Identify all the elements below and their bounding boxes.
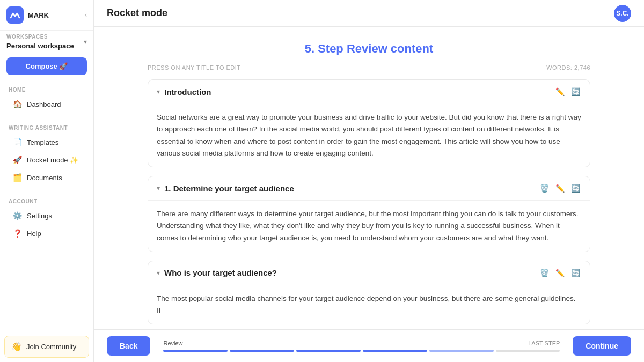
delete-icon[interactable]: 🗑️ bbox=[539, 268, 550, 278]
writing-section-label: WRITING ASSISTANT bbox=[0, 122, 93, 133]
documents-label: Documents bbox=[27, 174, 62, 182]
compose-button[interactable]: Compose 🚀 bbox=[6, 57, 87, 75]
progress-step-3 bbox=[296, 350, 361, 352]
section-determine-target: ▾ 1. Determine your target audience 🗑️ ✏… bbox=[148, 176, 590, 252]
step-title: Review content bbox=[347, 42, 433, 55]
section-header-who: ▾ Who is your target audience? 🗑️ ✏️ 🔄 bbox=[148, 261, 590, 285]
sidebar-item-settings[interactable]: ⚙️ Settings bbox=[4, 207, 89, 224]
progress-step-2 bbox=[230, 350, 294, 352]
meta-bar: PRESS ON ANY TITLE TO EDIT WORDS: 2,746 bbox=[148, 64, 590, 71]
page-title: Rocket mode bbox=[107, 8, 167, 19]
workspace-selector[interactable]: WORKSPACES Personal workspace ▾ bbox=[0, 31, 93, 53]
join-community-button[interactable]: 👋 Join Community bbox=[4, 336, 89, 358]
sidebar-item-documents[interactable]: 🗂️ Documents bbox=[4, 169, 89, 186]
account-section-label: ACCOUNT bbox=[0, 195, 93, 206]
progress-area: Review LAST STEP bbox=[163, 340, 560, 352]
refresh-icon[interactable]: 🔄 bbox=[570, 268, 581, 278]
top-bar: Rocket mode S.C. bbox=[94, 0, 644, 27]
collapse-icon[interactable]: ▾ bbox=[157, 184, 160, 192]
refresh-icon[interactable]: 🔄 bbox=[570, 183, 581, 194]
edit-icon[interactable]: ✏️ bbox=[554, 183, 566, 194]
home-icon: 🏠 bbox=[13, 100, 21, 108]
rocket-icon: 🚀 bbox=[13, 156, 21, 164]
sidebar-item-help[interactable]: ❓ Help bbox=[4, 225, 89, 242]
settings-icon: ⚙️ bbox=[13, 211, 21, 220]
section-body-who: The most popular social media channels f… bbox=[148, 285, 590, 324]
bottom-bar: Back Review LAST STEP Continue bbox=[94, 329, 644, 362]
account-nav-section: ACCOUNT ⚙️ Settings ❓ Help bbox=[0, 191, 93, 247]
section-title-area: ▾ 1. Determine your target audience bbox=[157, 184, 294, 193]
section-actions: ✏️ 🔄 bbox=[554, 86, 581, 97]
home-nav-section: HOME 🏠 Dashboard bbox=[0, 79, 93, 117]
collapse-sidebar-button[interactable]: ‹ bbox=[85, 11, 87, 19]
back-button[interactable]: Back bbox=[107, 336, 150, 356]
progress-label: Review LAST STEP bbox=[163, 340, 560, 346]
sidebar-item-templates[interactable]: 📄 Templates bbox=[4, 134, 89, 151]
section-text: There are many different ways to determi… bbox=[157, 208, 581, 244]
word-count: WORDS: 2,746 bbox=[546, 64, 590, 71]
section-header-introduction: ▾ Introduction ✏️ 🔄 bbox=[148, 80, 590, 104]
section-text: Social networks are a great way to promo… bbox=[157, 112, 581, 159]
continue-button[interactable]: Continue bbox=[573, 336, 631, 356]
section-title[interactable]: Who is your target audience? bbox=[164, 268, 277, 277]
sidebar-item-rocket-mode[interactable]: 🚀 Rocket mode ✨ bbox=[4, 151, 89, 168]
edit-icon[interactable]: ✏️ bbox=[554, 268, 566, 278]
wave-icon: 👋 bbox=[11, 342, 22, 352]
edit-icon[interactable]: ✏️ bbox=[554, 86, 566, 97]
content-area: 5. Step Review content PRESS ON ANY TITL… bbox=[94, 27, 644, 329]
workspace-name: Personal workspace bbox=[6, 42, 74, 50]
workspaces-label: WORKSPACES bbox=[6, 34, 74, 40]
documents-icon: 🗂️ bbox=[13, 173, 21, 182]
section-title[interactable]: Introduction bbox=[164, 87, 211, 97]
section-title-area: ▾ Who is your target audience? bbox=[157, 268, 277, 277]
section-body-introduction: Social networks are a great way to promo… bbox=[148, 104, 590, 167]
delete-icon[interactable]: 🗑️ bbox=[539, 183, 550, 194]
collapse-icon[interactable]: ▾ bbox=[157, 269, 160, 277]
templates-label: Templates bbox=[27, 138, 58, 146]
logo: MARK bbox=[6, 6, 49, 24]
templates-icon: 📄 bbox=[13, 138, 21, 146]
refresh-icon[interactable]: 🔄 bbox=[570, 86, 581, 97]
section-title[interactable]: 1. Determine your target audience bbox=[164, 184, 294, 193]
section-text: The most popular social media channels f… bbox=[157, 293, 581, 317]
section-title-area: ▾ Introduction bbox=[157, 87, 211, 97]
join-community-label: Join Community bbox=[26, 343, 76, 351]
step-prefix: 5. Step bbox=[305, 42, 343, 55]
section-introduction: ▾ Introduction ✏️ 🔄 Social networks are … bbox=[148, 79, 590, 167]
sidebar: MARK ‹ WORKSPACES Personal workspace ▾ C… bbox=[0, 0, 94, 362]
progress-step-6 bbox=[496, 350, 560, 352]
avatar: S.C. bbox=[614, 5, 631, 22]
sidebar-header: MARK ‹ bbox=[0, 0, 93, 31]
home-section-label: HOME bbox=[0, 84, 93, 95]
section-who-target: ▾ Who is your target audience? 🗑️ ✏️ 🔄 T… bbox=[148, 261, 590, 325]
help-label: Help bbox=[27, 230, 41, 238]
progress-step-1 bbox=[163, 350, 228, 352]
logo-icon bbox=[6, 6, 24, 24]
progress-step-5 bbox=[429, 350, 494, 352]
progress-steps bbox=[163, 350, 560, 352]
dashboard-label: Dashboard bbox=[27, 100, 61, 108]
press-hint: PRESS ON ANY TITLE TO EDIT bbox=[148, 64, 241, 71]
help-icon: ❓ bbox=[13, 229, 21, 238]
sidebar-item-dashboard[interactable]: 🏠 Dashboard bbox=[4, 95, 89, 113]
section-actions: 🗑️ ✏️ 🔄 bbox=[539, 268, 581, 278]
review-label: Review bbox=[163, 340, 182, 346]
section-actions: 🗑️ ✏️ 🔄 bbox=[539, 183, 581, 194]
chevron-down-icon: ▾ bbox=[84, 38, 87, 46]
progress-step-4 bbox=[363, 350, 427, 352]
logo-text: MARK bbox=[28, 11, 49, 19]
writing-nav-section: WRITING ASSISTANT 📄 Templates 🚀 Rocket m… bbox=[0, 117, 93, 191]
rocket-mode-label: Rocket mode ✨ bbox=[27, 156, 78, 164]
collapse-icon[interactable]: ▾ bbox=[157, 88, 160, 95]
section-body-determine: There are many different ways to determi… bbox=[148, 201, 590, 252]
step-heading: 5. Step Review content bbox=[148, 42, 590, 56]
sidebar-bottom: 👋 Join Community bbox=[0, 331, 93, 362]
last-step-label: LAST STEP bbox=[528, 340, 560, 346]
settings-label: Settings bbox=[27, 212, 52, 220]
section-header-determine: ▾ 1. Determine your target audience 🗑️ ✏… bbox=[148, 176, 590, 201]
